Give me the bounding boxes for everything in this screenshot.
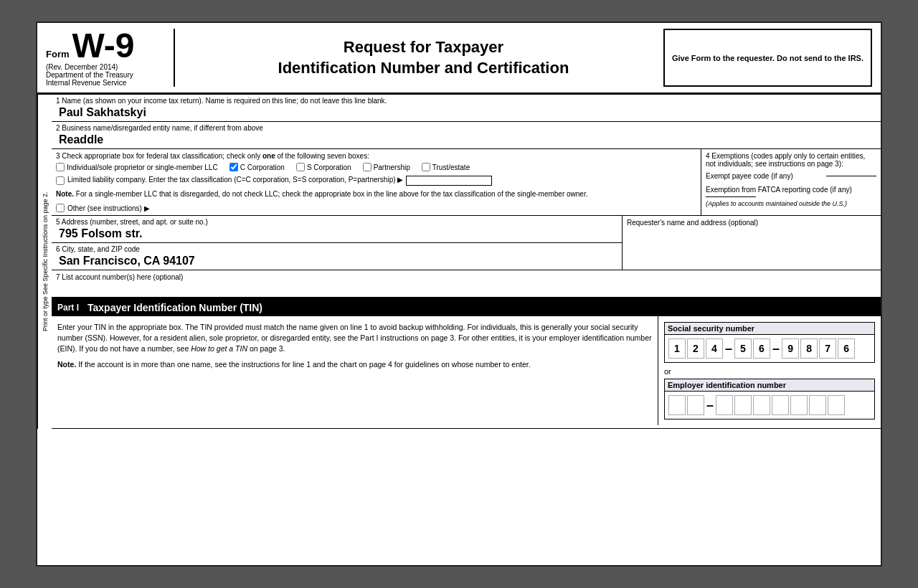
ssn-d5: 6 (753, 338, 770, 359)
checkbox-partnership[interactable]: Partnership (363, 163, 410, 171)
form-header: Form W-9 (Rev. December 2014) Department… (37, 23, 881, 95)
row34: 3 Check appropriate box for federal tax … (52, 149, 881, 216)
ein-box: Employer identification number – (664, 379, 875, 419)
other-label: Other (see instructions) ▶ (67, 204, 150, 212)
ein-d1 (668, 395, 686, 415)
form-rev: (Rev. December 2014) (46, 63, 165, 71)
llc-checkbox[interactable] (56, 176, 65, 185)
ein-d8 (809, 395, 826, 415)
ssn-digits-row: 1 2 4 – 5 6 – 9 8 7 6 (665, 335, 874, 362)
ein-dash: – (706, 398, 714, 413)
checkbox-individual-input[interactable] (56, 163, 65, 171)
ssn-d4: 5 (734, 338, 752, 359)
checkbox-partnership-label: Partnership (374, 163, 410, 171)
ein-digits-row: – (665, 392, 874, 419)
ssn-dash1: – (725, 341, 732, 356)
form-right-box: Give Form to the requester. Do not send … (663, 29, 872, 87)
form-title: Request for Taxpayer Identification Numb… (278, 37, 569, 78)
part1-body: Enter your TIN in the appropriate box. T… (52, 316, 881, 425)
field6-block: 6 City, state, and ZIP code San Francisc… (52, 243, 622, 270)
field2-row: 2 Business name/disregarded entity name,… (52, 122, 881, 149)
field5-value: 795 Folsom str. (56, 227, 617, 240)
checkbox-ccorp[interactable]: C Corporation (230, 163, 285, 171)
field5-label: 5 Address (number, street, and apt. or s… (56, 218, 617, 226)
other-checkbox[interactable] (56, 204, 65, 212)
part1-header: Part I Taxpayer Identification Number (T… (52, 299, 881, 316)
part1-para1: Enter your TIN in the appropriate box. T… (57, 322, 652, 355)
note-row: Note. For a single-member LLC that is di… (56, 189, 696, 199)
ein-d3 (716, 395, 733, 415)
form-page: Form W-9 (Rev. December 2014) Department… (36, 22, 882, 566)
checkbox-partnership-input[interactable] (363, 163, 372, 171)
ein-d5 (753, 395, 770, 415)
checkbox-scorp-input[interactable] (296, 163, 305, 171)
field6-label: 6 City, state, and ZIP code (56, 245, 617, 253)
field2-value: Readdle (56, 133, 876, 146)
llc-row: Limited liability company. Enter the tax… (56, 176, 696, 186)
row4-exemptions: 4 Exemptions (codes apply only to certai… (701, 149, 881, 215)
form-title-center: Request for Taxpayer Identification Numb… (184, 29, 663, 87)
ssn-d3: 4 (706, 338, 723, 359)
ssn-d9: 6 (838, 338, 855, 359)
field1-value: Paul Sakhatskyi (56, 106, 876, 119)
part1-tin: Social security number 1 2 4 – 5 6 – 9 8… (658, 316, 881, 425)
form-word-label: Form (46, 49, 70, 60)
ssn-d7: 8 (800, 338, 818, 359)
ssn-d8: 7 (819, 338, 836, 359)
field1-row: 1 Name (as shown on your income tax retu… (52, 95, 881, 122)
field6-value: San Francisco, CA 94107 (56, 255, 617, 267)
field7-label: 7 List account number(s) here (optional) (56, 273, 876, 281)
ssn-box: Social security number 1 2 4 – 5 6 – 9 8… (664, 322, 875, 363)
field4-label: 4 Exemptions (codes apply only to certai… (706, 152, 876, 168)
ein-d4 (734, 395, 752, 415)
part1-instructions: Enter your TIN in the appropriate box. T… (52, 316, 658, 425)
fatca-row: Exemption from FATCA reporting code (if … (706, 186, 876, 197)
checkbox-individual-label: Individual/sole proprietor or single-mem… (67, 163, 218, 171)
checkbox-ccorp-label: C Corporation (240, 163, 285, 171)
part1-para2: Note. If the account is in more than one… (57, 359, 652, 370)
form-number: W-9 (72, 29, 135, 63)
part1-label: Part I (57, 303, 79, 313)
checkbox-ccorp-input[interactable] (230, 163, 238, 171)
ein-d6 (772, 395, 789, 415)
address-section: 5 Address (number, street, and apt. or s… (52, 216, 881, 270)
field3-label: 3 Check appropriate box for federal tax … (56, 152, 696, 160)
form-w9: Form W-9 (46, 29, 165, 63)
checkbox-scorp-label: S Corporation (307, 163, 351, 171)
field7-row: 7 List account number(s) here (optional) (52, 270, 881, 299)
form-id-block: Form W-9 (Rev. December 2014) Department… (46, 29, 175, 87)
address-left: 5 Address (number, street, and apt. or s… (52, 216, 623, 270)
ssn-dash2: – (772, 341, 780, 356)
ssn-d1: 1 (668, 338, 686, 359)
ssn-label: Social security number (665, 323, 874, 335)
sidebar-label: Print or type See Specific Instructions … (37, 95, 52, 429)
ssn-d2: 2 (687, 338, 704, 359)
exempt-payee-row: Exempt payee code (if any) (706, 172, 876, 180)
part1-title: Taxpayer Identification Number (TIN) (87, 302, 262, 313)
checkbox-trust-input[interactable] (422, 163, 430, 171)
llc-text: Limited liability company. Enter the tax… (67, 176, 403, 184)
checkboxes-row: Individual/sole proprietor or single-mem… (56, 163, 696, 171)
form-body: Print or type See Specific Instructions … (37, 95, 881, 429)
ein-label: Employer identification number (665, 379, 874, 392)
ein-d7 (790, 395, 808, 415)
address-right-requester: Requester's name and address (optional) (623, 216, 881, 270)
field2-label: 2 Business name/disregarded entity name,… (56, 124, 876, 132)
form-content: 1 Name (as shown on your income tax retu… (52, 95, 881, 429)
form-dept1: Department of the Treasury (46, 71, 165, 79)
requester-label: Requester's name and address (optional) (627, 219, 876, 227)
ein-d2 (687, 395, 704, 415)
checkbox-trust-label: Trust/estate (432, 163, 470, 171)
ein-d9 (828, 395, 845, 415)
checkbox-scorp[interactable]: S Corporation (296, 163, 351, 171)
or-text: or (664, 367, 875, 376)
bottom-divider (52, 428, 881, 429)
other-row: Other (see instructions) ▶ (56, 204, 696, 212)
fatca-note: (Applies to accounts maintained outside … (706, 200, 876, 207)
llc-input-box[interactable] (406, 176, 492, 186)
checkbox-trust[interactable]: Trust/estate (422, 163, 470, 171)
checkbox-individual[interactable]: Individual/sole proprietor or single-mem… (56, 163, 218, 171)
field1-label: 1 Name (as shown on your income tax retu… (56, 97, 876, 105)
form-dept2: Internal Revenue Service (46, 79, 165, 87)
field5-block: 5 Address (number, street, and apt. or s… (52, 216, 622, 243)
